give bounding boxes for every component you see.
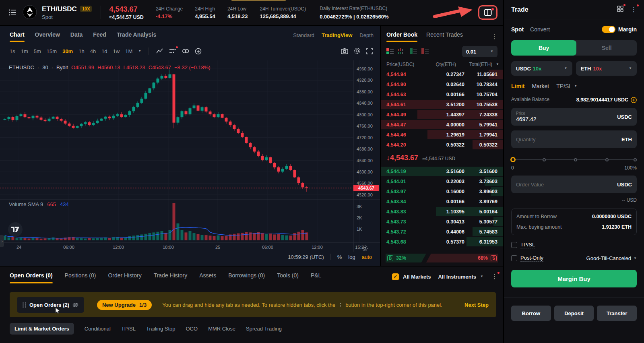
orderbook-ask-row[interactable]: 4,544.474.000005.79941: [381, 120, 503, 130]
timeframe-1d[interactable]: 1d: [101, 48, 107, 54]
orders-tab-borrowings-0[interactable]: Borrowings (0): [228, 272, 265, 283]
chevron-down-icon[interactable]: ▼: [480, 275, 483, 278]
percent-scale-button[interactable]: %: [337, 254, 342, 260]
orders-tab-tools-0[interactable]: Tools (0): [277, 272, 299, 283]
view-mode-standard[interactable]: Standard: [293, 32, 314, 38]
timeframe-30m[interactable]: 30m: [62, 48, 73, 54]
order-subtab-oco[interactable]: OCO: [186, 326, 198, 332]
legend-interval[interactable]: 30: [42, 64, 48, 70]
compare-icon[interactable]: [182, 48, 189, 54]
orderbook-bid-row[interactable]: 4,543.730.304135.30577: [381, 217, 503, 227]
slider-stop-50[interactable]: [574, 158, 577, 161]
leverage-badge[interactable]: 10X: [80, 6, 92, 12]
chart-style-icon[interactable]: [156, 48, 163, 54]
settings-icon[interactable]: [354, 48, 361, 54]
chart-tab-overview[interactable]: Overview: [35, 31, 60, 38]
deposit-button[interactable]: Deposit: [554, 306, 594, 321]
depth-mode-chart-icon[interactable]: [398, 48, 405, 55]
view-mode-depth[interactable]: Depth: [359, 32, 374, 38]
candlestick-chart[interactable]: 4960.004920.004880.004840.004800.004760.…: [0, 60, 380, 252]
orderbook-bid-row[interactable]: 4,544.193.516003.51600: [381, 166, 503, 176]
eth-leverage-dropdown[interactable]: ETH 10x ▼: [576, 61, 637, 76]
chart-tab-trade-analysis[interactable]: Trade Analysis: [117, 31, 156, 38]
chart-tab-feed[interactable]: Feed: [93, 31, 106, 38]
buy-button[interactable]: Buy: [511, 40, 576, 56]
orders-tab-trade-history[interactable]: Trade History: [154, 272, 188, 283]
orderbook-ask-row[interactable]: 4,544.940.2734711.05691: [381, 69, 503, 79]
timeframe-1m[interactable]: 1m: [21, 48, 28, 54]
order-subtab-limit-market-orders[interactable]: Limit & Market Orders: [10, 323, 74, 335]
tab-order-book[interactable]: Order Book: [386, 31, 417, 42]
orders-tab-assets[interactable]: Assets: [199, 272, 216, 283]
price-input[interactable]: Price 4697.42 USDC: [511, 108, 637, 126]
instrument-list-icon[interactable]: [9, 9, 17, 16]
legend-symbol[interactable]: ETHUSDC: [9, 64, 34, 70]
orderbook-bid-row[interactable]: 4,543.840.001663.89769: [381, 196, 503, 207]
orderbook-ask-row[interactable]: 4,544.613.5120010.75538: [381, 99, 503, 110]
eye-off-icon[interactable]: [72, 302, 78, 308]
chart-tab-chart[interactable]: Chart: [10, 31, 25, 38]
orderbook-bid-row[interactable]: 4,543.680.573706.31953: [381, 237, 503, 247]
tab-spot[interactable]: Spot: [511, 26, 524, 33]
all-markets-label[interactable]: All Markets: [403, 274, 431, 280]
usdc-leverage-dropdown[interactable]: USDC 10x ▼: [511, 61, 572, 76]
all-instruments-dropdown[interactable]: All Instruments: [438, 274, 476, 280]
margin-buy-button[interactable]: Margin Buy: [511, 270, 637, 287]
order-type-market[interactable]: Market: [532, 83, 549, 89]
auto-scale-button[interactable]: auto: [362, 254, 372, 260]
timeframe-dropdown-caret[interactable]: ▼: [138, 50, 141, 53]
pair-block[interactable]: ETH/USDC10X Spot: [42, 5, 92, 20]
margin-toggle[interactable]: [602, 26, 615, 33]
chart-clock[interactable]: 10:59:29 (UTC): [288, 254, 324, 260]
order-subtab-trailing-stop[interactable]: Trailing Stop: [146, 326, 175, 332]
timeframe-4h[interactable]: 4h: [90, 48, 96, 54]
orders-tab-open-orders-0[interactable]: Open Orders (0): [10, 272, 53, 283]
orderbook-bid-row[interactable]: 4,544.010.220033.73603: [381, 176, 503, 186]
available-balance-label[interactable]: Available Balance: [511, 97, 549, 103]
order-subtab-spread-trading[interactable]: Spread Trading: [246, 326, 282, 332]
tpsl-checkbox[interactable]: [511, 242, 517, 248]
trade-menu-icon[interactable]: ⋮: [631, 6, 637, 13]
time-in-force-dropdown[interactable]: Good-Till-Canceled▼: [586, 255, 637, 261]
drawing-toolbar-handle[interactable]: ›: [0, 235, 4, 247]
orderbook-bid-row[interactable]: 4,543.831.103955.00164: [381, 207, 503, 217]
draggable-tab-chip[interactable]: Open Orders (2): [17, 297, 84, 313]
timeframe-1w[interactable]: 1w: [113, 48, 120, 54]
timeframe-5m[interactable]: 5m: [34, 48, 41, 54]
post-only-label[interactable]: Post-Only: [520, 255, 543, 262]
orderbook-ask-row[interactable]: 4,544.491.443977.24338: [381, 110, 503, 120]
orderbook-bid-row[interactable]: 4,543.970.160003.89603: [381, 186, 503, 196]
col-total[interactable]: Total(ETH): [456, 62, 495, 67]
deposit-plus-icon[interactable]: [631, 97, 637, 103]
layout-grid-icon[interactable]: [617, 6, 623, 13]
depth-mode-both-icon[interactable]: [386, 48, 394, 55]
tpsl-checkbox-label[interactable]: TP/SL: [520, 242, 535, 248]
add-alert-icon[interactable]: [195, 48, 202, 55]
axis-settings-icon[interactable]: [361, 245, 368, 253]
timeframe-1h[interactable]: 1h: [78, 48, 84, 54]
chart-tab-data[interactable]: Data: [70, 31, 83, 38]
timeframe-1m[interactable]: 1M: [125, 48, 132, 54]
slider-stop-75[interactable]: [605, 158, 609, 161]
chevron-down-icon[interactable]: ▼: [496, 63, 499, 66]
orderbook-ask-row[interactable]: 4,544.200.503220.50322: [381, 140, 503, 150]
tradingview-logo[interactable]: [8, 222, 23, 237]
fullscreen-icon[interactable]: [366, 48, 373, 54]
log-scale-button[interactable]: log: [348, 254, 355, 260]
orders-tab-p-l[interactable]: P&L: [311, 272, 321, 283]
depth-mode-sell-icon[interactable]: [421, 48, 429, 55]
timeframe-1s[interactable]: 1s: [10, 48, 15, 54]
orderbook-menu-icon[interactable]: ⋮: [491, 33, 497, 40]
tab-recent-trades[interactable]: Recent Trades: [426, 31, 463, 42]
orderbook-ask-row[interactable]: 4,544.900.0264010.78344: [381, 79, 503, 89]
drag-handle-icon[interactable]: [23, 302, 26, 308]
order-value-input[interactable]: Order Value USDC: [511, 176, 637, 193]
order-subtab-tp-sl[interactable]: TP/SL: [121, 326, 136, 332]
orderbook-ask-row[interactable]: 4,544.461.296191.79941: [381, 130, 503, 140]
camera-icon[interactable]: [341, 48, 348, 54]
amount-slider[interactable]: [511, 157, 637, 163]
quantity-input[interactable]: Quantity ETH: [511, 130, 637, 148]
borrow-button[interactable]: Borrow: [511, 306, 551, 321]
timeframe-15m[interactable]: 15m: [47, 48, 57, 54]
order-type-limit[interactable]: Limit: [511, 83, 524, 89]
